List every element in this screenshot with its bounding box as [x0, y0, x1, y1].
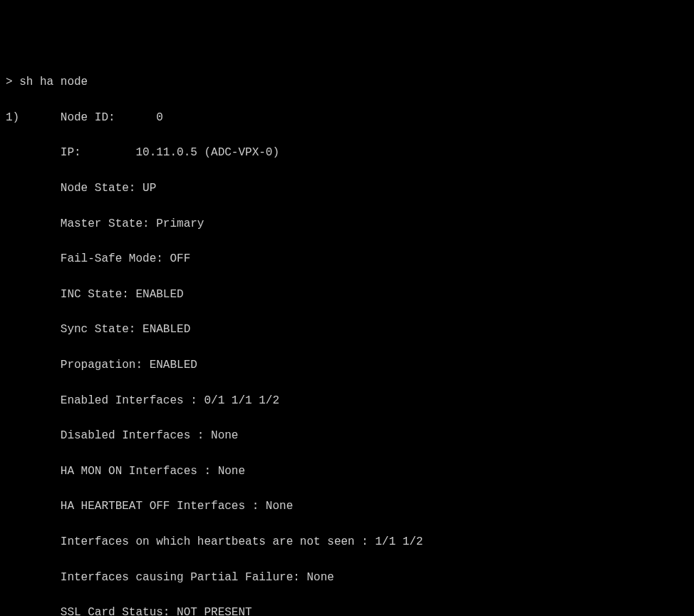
- propagation-1: Propagation: ENABLED: [6, 356, 688, 374]
- ip-label-1: IP:: [61, 146, 81, 159]
- ha-mon-1: HA MON ON Interfaces : None: [6, 463, 688, 481]
- ip-value-1: 10.11.0.5 (ADC-VPX-0): [135, 146, 279, 159]
- master-state-1: Master State: Primary: [6, 215, 688, 233]
- inc-state-1: INC State: ENABLED: [6, 286, 688, 304]
- enabled-interfaces-1: Enabled Interfaces : 0/1 1/1 1/2: [6, 392, 688, 410]
- disabled-interfaces-1: Disabled Interfaces : None: [6, 427, 688, 445]
- ha-heartbeat-1: HA HEARTBEAT OFF Interfaces : None: [6, 498, 688, 515]
- node-id-label-1: Node ID:: [61, 111, 115, 124]
- partial-failure-text-1: Interfaces causing Partial Failure: None: [61, 571, 334, 584]
- node-header-1: 1) Node ID: 0: [6, 109, 688, 127]
- fail-safe-1: Fail-Safe Mode: OFF: [6, 250, 688, 268]
- node-state-1: Node State: UP: [6, 180, 688, 197]
- heartbeats-not-seen-1: Interfaces on which heartbeats are not s…: [6, 533, 688, 551]
- node-state-text-1: Node State: UP: [61, 182, 156, 195]
- fail-safe-text-1: Fail-Safe Mode: OFF: [61, 252, 190, 265]
- command-text: sh ha node: [19, 76, 88, 88]
- inc-state-text-1: INC State: ENABLED: [61, 288, 184, 301]
- prompt-symbol: >: [6, 76, 19, 88]
- heartbeats-not-seen-text-1: Interfaces on which heartbeats are not s…: [61, 535, 423, 548]
- enabled-interfaces-text-1: Enabled Interfaces : 0/1 1/1 1/2: [61, 394, 279, 407]
- sync-state-1: Sync State: ENABLED: [6, 321, 688, 339]
- master-state-text-1: Master State: Primary: [61, 217, 204, 230]
- propagation-text-1: Propagation: ENABLED: [61, 359, 197, 371]
- node-index-1: 1): [6, 111, 19, 124]
- node-ip-1: IP: 10.11.0.5 (ADC-VPX-0): [6, 144, 688, 162]
- disabled-interfaces-text-1: Disabled Interfaces : None: [61, 429, 239, 442]
- partial-failure-1: Interfaces causing Partial Failure: None: [6, 569, 688, 587]
- ssl-card-text-1: SSL Card Status: NOT PRESENT: [61, 606, 252, 616]
- command-line: > sh ha node: [6, 73, 688, 91]
- ssl-card-1: SSL Card Status: NOT PRESENT: [6, 604, 688, 616]
- ha-mon-text-1: HA MON ON Interfaces : None: [61, 465, 245, 478]
- node-id-value-1: 0: [156, 111, 163, 124]
- ha-heartbeat-text-1: HA HEARTBEAT OFF Interfaces : None: [61, 500, 293, 513]
- sync-state-text-1: Sync State: ENABLED: [61, 323, 190, 336]
